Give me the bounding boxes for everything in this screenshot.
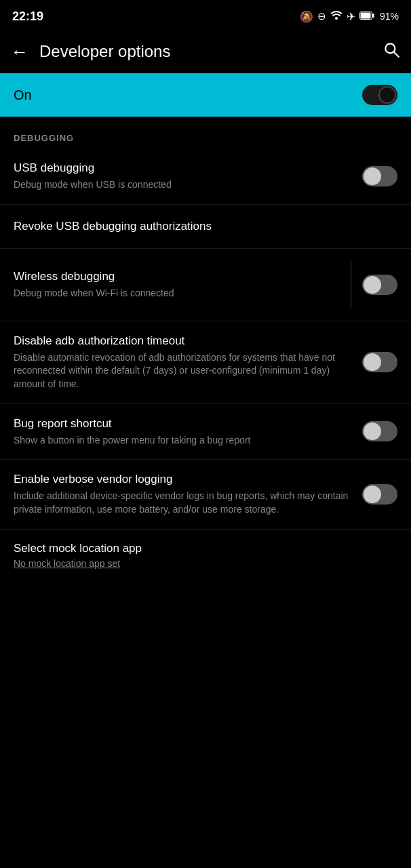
back-button[interactable]: ← [11,41,28,62]
verbose-vendor-toggle[interactable] [362,484,397,505]
select-mock-location-subtitle: No mock location app set [14,558,397,569]
svg-line-5 [394,52,399,56]
wireless-debugging-item[interactable]: Wireless debugging Debug mode when Wi-Fi… [0,249,411,321]
bug-report-title: Bug report shortcut [14,416,351,431]
status-icons: 🔕 ⊖ ✈ 91% [300,10,399,23]
header: ← Developer options [0,30,411,73]
verbose-vendor-item[interactable]: Enable verbose vendor logging Include ad… [0,460,411,529]
dnd-icon: ⊖ [317,10,326,22]
debugging-section-header: DEBUGGING [0,117,411,149]
toggle-thumb [364,276,381,294]
toggle-thumb [364,486,381,503]
toggle-thumb [378,86,396,104]
wireless-debugging-title: Wireless debugging [14,269,340,284]
toggle-thumb [364,422,381,440]
usb-debugging-text: USB debugging Debug mode when USB is con… [14,161,362,192]
revoke-usb-item[interactable]: Revoke USB debugging authorizations [0,205,411,249]
verbose-vendor-text: Enable verbose vendor logging Include ad… [14,472,362,516]
usb-debugging-toggle[interactable] [362,166,397,186]
usb-debugging-item[interactable]: USB debugging Debug mode when USB is con… [0,149,411,205]
disable-adb-timeout-subtitle: Disable automatic revocation of adb auth… [14,351,351,391]
select-mock-location-item[interactable]: Select mock location app No mock locatio… [0,530,411,572]
battery-icon [359,10,374,22]
revoke-usb-title: Revoke USB debugging authorizations [14,220,397,233]
bug-report-subtitle: Show a button in the power menu for taki… [14,434,351,448]
developer-options-toggle-banner[interactable]: On [0,73,411,117]
notifications-muted-icon: 🔕 [300,10,313,23]
svg-point-0 [335,17,338,20]
svg-rect-2 [372,14,374,18]
toggle-thumb [364,353,381,371]
usb-debugging-title: USB debugging [14,161,351,176]
verbose-vendor-subtitle: Include additional device-specific vendo… [14,490,351,516]
wireless-debugging-text: Wireless debugging Debug mode when Wi-Fi… [14,269,351,300]
status-bar: 22:19 🔕 ⊖ ✈ 91% [0,0,411,30]
bug-report-toggle[interactable] [362,421,397,441]
wireless-divider [351,261,351,309]
developer-options-main-toggle[interactable] [362,85,397,105]
wireless-debugging-toggle[interactable] [362,275,397,295]
usb-debugging-subtitle: Debug mode when USB is connected [14,178,351,192]
wifi-icon [330,10,342,22]
disable-adb-timeout-toggle[interactable] [362,352,397,372]
disable-adb-timeout-title: Disable adb authorization timeout [14,334,351,349]
search-button[interactable] [383,41,400,63]
status-time: 22:19 [12,9,43,24]
toggle-thumb [364,167,381,185]
on-label: On [14,87,32,103]
battery-percent: 91% [380,11,399,22]
bug-report-text: Bug report shortcut Show a button in the… [14,416,362,448]
bug-report-item[interactable]: Bug report shortcut Show a button in the… [0,404,411,460]
select-mock-location-title: Select mock location app [14,542,397,555]
wireless-debugging-subtitle: Debug mode when Wi-Fi is connected [14,287,340,300]
disable-adb-timeout-item[interactable]: Disable adb authorization timeout Disabl… [0,321,411,404]
verbose-vendor-title: Enable verbose vendor logging [14,472,351,487]
airplane-icon: ✈ [347,10,355,23]
svg-rect-3 [360,13,370,19]
disable-adb-timeout-text: Disable adb authorization timeout Disabl… [14,334,362,391]
page-title: Developer options [39,42,383,61]
